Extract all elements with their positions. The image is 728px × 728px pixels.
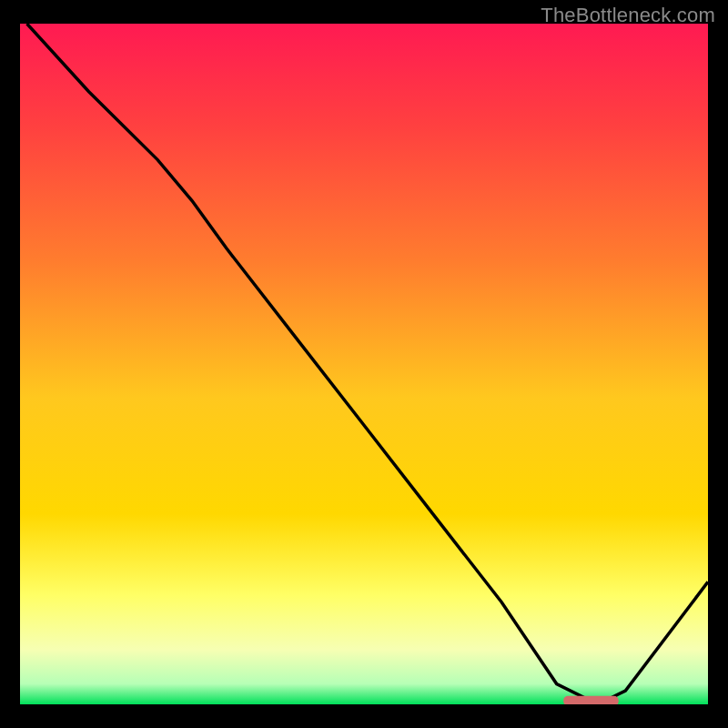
- chart-svg: [20, 24, 708, 704]
- watermark-text: TheBottleneck.com: [541, 4, 715, 27]
- chart-plot-area: [20, 24, 708, 704]
- optimal-range-marker: [563, 696, 619, 704]
